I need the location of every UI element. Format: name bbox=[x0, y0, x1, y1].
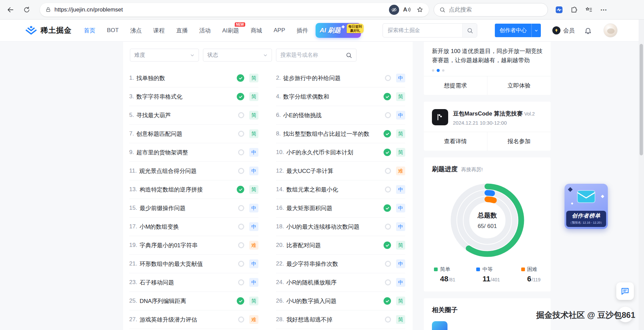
favorites-hub-icon[interactable] bbox=[583, 4, 595, 16]
problem-row[interactable]: 14.数组元素之和最小化中 bbox=[276, 180, 405, 199]
problem-title[interactable]: 数字字符串格式化 bbox=[136, 93, 182, 101]
problem-row[interactable]: 26.小U的数字插入问题简 bbox=[276, 292, 405, 310]
problem-row[interactable]: 16.最大矩形面积问题中 bbox=[276, 199, 405, 218]
problem-row[interactable]: 19.字典序最小的01字符串难 bbox=[129, 236, 258, 255]
notification-bell-icon[interactable] bbox=[584, 27, 592, 34]
page-scrollbar[interactable] bbox=[639, 20, 644, 330]
problem-row[interactable]: 12.最大UCC子串计算难 bbox=[276, 162, 405, 180]
problem-row[interactable]: 20.比赛配对问题简 bbox=[276, 236, 405, 255]
address-bar[interactable]: https://juejin.cn/problemset A bbox=[40, 3, 429, 17]
nav-item[interactable]: 课程 bbox=[153, 27, 165, 34]
card-action-button[interactable]: 查看详情 bbox=[424, 132, 487, 151]
url-text[interactable]: https://juejin.cn/problemset bbox=[54, 6, 123, 13]
card-action-button[interactable]: 报名参加 bbox=[487, 132, 551, 151]
problem-title[interactable]: 石子移动问题 bbox=[140, 279, 174, 286]
problem-row[interactable]: 4.数字分组求偶数和简 bbox=[276, 87, 405, 106]
problem-row[interactable]: 7.创意标题匹配问题简 bbox=[129, 125, 258, 143]
problem-title[interactable]: 构造特定数组的逆序拼接 bbox=[140, 186, 203, 194]
problem-title[interactable]: 寻找最大葫芦 bbox=[136, 111, 171, 119]
browser-search-box[interactable] bbox=[434, 3, 548, 17]
problem-row[interactable]: 22.最少字符串操作次数中 bbox=[276, 255, 405, 273]
creator-center-dropdown[interactable] bbox=[531, 24, 541, 37]
problem-row[interactable]: 8.找出整型数组中占比超过一半的数简 bbox=[276, 125, 405, 143]
problem-row[interactable]: 10.小F的永久代币卡回本计划简 bbox=[276, 143, 405, 162]
problem-row[interactable]: 25.DNA序列编辑距离简 bbox=[129, 292, 258, 310]
problem-search-box[interactable] bbox=[276, 49, 356, 61]
problem-title[interactable]: 观光景点组合得分问题 bbox=[139, 167, 197, 175]
problem-title[interactable]: 小F的永久代币卡回本计划 bbox=[286, 149, 353, 156]
creator-center-button[interactable]: 创作者中心 bbox=[495, 24, 541, 37]
problem-title[interactable]: 找单独的数 bbox=[136, 74, 165, 82]
circle-avatar[interactable] bbox=[432, 321, 447, 330]
problem-row[interactable]: 3.数字字符串格式化简 bbox=[129, 87, 258, 106]
problem-title[interactable]: 最大UCC子串计算 bbox=[286, 167, 334, 175]
problem-title[interactable]: 最少前缀操作问题 bbox=[140, 204, 186, 212]
problem-title[interactable]: 小U的最大连续移动次数问题 bbox=[286, 223, 360, 231]
problem-title[interactable]: 小E的怪物挑战 bbox=[283, 111, 321, 119]
nav-item[interactable]: BOT bbox=[107, 27, 119, 34]
problem-title[interactable]: 小M的数组变换 bbox=[140, 223, 179, 231]
site-search-box[interactable] bbox=[383, 23, 477, 37]
read-aloud-icon[interactable]: A bbox=[403, 6, 411, 13]
settings-more-icon[interactable]: ... bbox=[598, 4, 610, 16]
refresh-icon[interactable] bbox=[21, 4, 32, 16]
problem-row[interactable]: 27.游戏英雄升级潜力评估难 bbox=[129, 310, 258, 329]
nav-item[interactable]: 首页 bbox=[84, 27, 95, 34]
problem-title[interactable]: DNA序列编辑距离 bbox=[140, 297, 186, 305]
problem-row[interactable]: 5.寻找最大葫芦简 bbox=[129, 106, 258, 125]
problem-search-input[interactable] bbox=[280, 52, 346, 58]
problem-title[interactable]: 游戏英雄升级潜力评估 bbox=[140, 316, 197, 324]
nav-item[interactable]: AI刷题NEW bbox=[222, 27, 239, 34]
problem-title[interactable]: 徒步旅行中的补给问题 bbox=[283, 74, 341, 82]
problem-row[interactable]: 15.最少前缀操作问题中 bbox=[129, 199, 258, 218]
problem-title[interactable]: 找出整型数组中占比超过一半的数 bbox=[283, 130, 369, 138]
nav-item[interactable]: 插件 bbox=[297, 27, 308, 34]
problem-row[interactable]: 11.观光景点组合得分问题中 bbox=[129, 162, 258, 180]
problem-title[interactable]: 比赛配对问题 bbox=[286, 242, 321, 249]
problem-row[interactable]: 28.我好想逃却逃不掉简 bbox=[276, 310, 405, 329]
carousel-dot[interactable] bbox=[432, 69, 434, 72]
problem-title[interactable]: 数组元素之和最小化 bbox=[286, 186, 338, 194]
problem-row[interactable]: 6.小E的怪物挑战中 bbox=[276, 106, 405, 125]
problem-title[interactable]: 小R的随机播放顺序 bbox=[286, 279, 337, 286]
problem-title[interactable]: 小U的数字插入问题 bbox=[286, 297, 337, 305]
feedback-chat-button[interactable] bbox=[616, 282, 634, 300]
status-filter-select[interactable]: 状态 bbox=[203, 49, 272, 61]
problem-row[interactable]: 24.小R的随机播放顺序中 bbox=[276, 273, 405, 292]
nav-item[interactable]: APP bbox=[274, 27, 285, 34]
creator-leaderboard-badge[interactable]: 创作者榜单 （预报名: 12.16 - 12.20） bbox=[565, 184, 608, 229]
problem-title[interactable]: 创意标题匹配问题 bbox=[136, 130, 182, 138]
problem-title[interactable]: 最大矩形面积问题 bbox=[286, 204, 332, 212]
card-action-button[interactable]: 想提需求 bbox=[424, 76, 487, 95]
difficulty-filter-select[interactable]: 难度 bbox=[130, 49, 199, 61]
problem-row[interactable]: 1.找单独的数简 bbox=[129, 69, 258, 87]
favorite-star-icon[interactable] bbox=[414, 4, 426, 16]
extensions-icon[interactable] bbox=[568, 4, 580, 16]
problem-title[interactable]: 超市里的货物架调整 bbox=[136, 149, 188, 156]
site-search-button[interactable] bbox=[462, 24, 477, 37]
problem-row[interactable]: 9.超市里的货物架调整中 bbox=[129, 143, 258, 162]
browser-search-input[interactable] bbox=[449, 6, 542, 13]
problem-row[interactable]: 21.环形数组中的最大贡献值中 bbox=[129, 255, 258, 273]
scrollbar-thumb[interactable] bbox=[640, 44, 643, 155]
nav-item[interactable]: 沸点 bbox=[130, 27, 142, 34]
problem-title[interactable]: 最少字符串操作次数 bbox=[286, 260, 338, 268]
problem-title[interactable]: 环形数组中的最大贡献值 bbox=[140, 260, 203, 268]
problem-row[interactable]: 13.构造特定数组的逆序拼接简 bbox=[129, 180, 258, 199]
problem-title[interactable]: 数字分组求偶数和 bbox=[283, 93, 329, 101]
card-action-button[interactable]: 立即体验 bbox=[487, 76, 551, 95]
nav-item[interactable]: 商城 bbox=[251, 27, 262, 34]
juejin-logo[interactable]: 稀土掘金 bbox=[25, 25, 72, 35]
tracking-prevention-icon[interactable] bbox=[389, 5, 399, 15]
problem-row[interactable]: 2.徒步旅行中的补给问题中 bbox=[276, 69, 405, 87]
site-search-input[interactable] bbox=[383, 24, 462, 37]
carousel-dot[interactable] bbox=[442, 69, 444, 72]
problem-row[interactable]: 23.石子移动问题中 bbox=[129, 273, 258, 292]
carousel-dot[interactable] bbox=[437, 69, 440, 72]
nav-item[interactable]: 活动 bbox=[199, 27, 211, 34]
back-icon[interactable] bbox=[5, 4, 16, 16]
problem-title[interactable]: 字典序最小的01字符串 bbox=[140, 242, 198, 249]
problem-title[interactable]: 我好想逃却逃不掉 bbox=[286, 316, 332, 324]
search-icon[interactable] bbox=[346, 52, 352, 58]
browser-essentials-icon[interactable] bbox=[553, 4, 565, 16]
